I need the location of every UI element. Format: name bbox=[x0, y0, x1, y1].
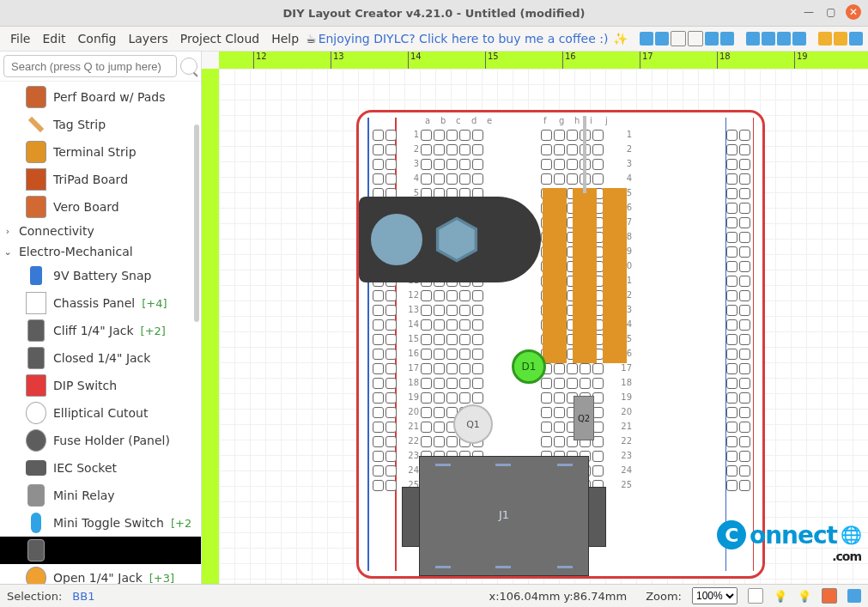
component-9v-snap[interactable] bbox=[359, 197, 541, 282]
component-d1-led[interactable]: D1 bbox=[512, 349, 546, 384]
maximize-button[interactable]: ▢ bbox=[823, 4, 839, 20]
terminal-strip-icon bbox=[26, 141, 46, 163]
search-input[interactable] bbox=[3, 55, 177, 77]
menu-layers[interactable]: Layers bbox=[123, 30, 173, 47]
breadboard-bb1[interactable]: a b c d e f g h i j 123456789101 bbox=[356, 110, 765, 579]
snap-hex-icon bbox=[433, 215, 481, 264]
component-label: J1 bbox=[420, 508, 588, 521]
component-label: Q1 bbox=[466, 419, 480, 430]
bulb-icon[interactable]: 💡 bbox=[798, 590, 811, 603]
iec-icon bbox=[26, 460, 46, 476]
tree-item-open-jack[interactable]: Open 1/4" Jack [+3] bbox=[0, 564, 201, 584]
menu-edit[interactable]: Edit bbox=[37, 30, 70, 47]
toolbar-icon-7[interactable] bbox=[746, 32, 760, 46]
menu-help[interactable]: Help bbox=[266, 30, 304, 47]
tree-item-closed-jack[interactable]: Closed 1/4" Jack bbox=[0, 344, 201, 372]
ruler-tick: 17 bbox=[640, 52, 653, 69]
tree-cat-label: Electro-Mechanical bbox=[19, 245, 133, 258]
toggle-icon bbox=[31, 513, 41, 533]
tree-item-tripad[interactable]: TriPad Board bbox=[0, 166, 201, 193]
status-icon-1[interactable] bbox=[748, 588, 763, 604]
toolbar-icon-1[interactable] bbox=[640, 32, 653, 46]
jack-icon bbox=[27, 319, 45, 342]
tree-item-selected[interactable] bbox=[0, 537, 201, 564]
tag-strip-icon bbox=[28, 117, 44, 132]
tree-item-tag-strip[interactable]: Tag Strip bbox=[0, 111, 201, 138]
watermark-text2: .com bbox=[832, 549, 861, 563]
component-j1-jack[interactable]: J1 bbox=[402, 456, 606, 576]
component-q1-transistor[interactable]: Q1 bbox=[453, 404, 493, 444]
perf-board-icon bbox=[26, 86, 46, 108]
minimize-button[interactable]: — bbox=[801, 4, 816, 20]
tree-cat-connectivity[interactable]: › Connectivity bbox=[0, 221, 201, 241]
tripad-icon bbox=[26, 168, 46, 191]
col-label: g bbox=[559, 116, 564, 125]
component-capacitor[interactable] bbox=[543, 188, 627, 363]
tree-item-battery-snap[interactable]: 9V Battery Snap bbox=[0, 262, 201, 289]
status-selection-label: Selection: bbox=[7, 590, 62, 603]
col-label: c bbox=[456, 116, 461, 125]
toolbar-icon-12[interactable] bbox=[834, 32, 847, 46]
toolbar-icon-13[interactable] bbox=[849, 32, 863, 46]
tree-tag: [+2] bbox=[141, 325, 166, 337]
zoom-select[interactable]: 100% bbox=[692, 587, 737, 604]
status-icon-color[interactable] bbox=[822, 588, 837, 604]
status-selection[interactable]: BB1 bbox=[72, 590, 94, 603]
svg-marker-0 bbox=[438, 218, 476, 260]
tree-tag: [+4] bbox=[142, 297, 167, 310]
ruler-horizontal: 12 13 14 15 16 17 18 19 bbox=[219, 52, 868, 70]
wand-icon[interactable]: ✨ bbox=[613, 32, 628, 46]
toolbar-icon-10[interactable] bbox=[792, 32, 806, 46]
tree-item-fuse[interactable]: Fuse Holder (Panel) bbox=[0, 427, 201, 454]
toolbar-icon-6[interactable] bbox=[720, 32, 734, 46]
component-tree[interactable]: Perf Board w/ Pads Tag Strip Terminal St… bbox=[0, 82, 201, 584]
tree-item-iec[interactable]: IEC Socket bbox=[0, 454, 201, 482]
component-q2-transistor[interactable]: Q2 bbox=[574, 396, 594, 440]
jack-mark bbox=[435, 464, 451, 466]
tree-label: Mini Toggle Switch bbox=[53, 516, 164, 530]
close-button[interactable]: ✕ bbox=[846, 4, 861, 20]
design-canvas[interactable]: a b c d e f g h i j 123456789101 bbox=[219, 69, 868, 584]
tree-item-dip[interactable]: DIP Switch bbox=[0, 372, 201, 399]
tree-item-terminal-strip[interactable]: Terminal Strip bbox=[0, 138, 201, 166]
tree-label: Chassis Panel bbox=[53, 296, 135, 310]
status-icon-4[interactable] bbox=[847, 589, 861, 603]
col-label: f bbox=[543, 116, 547, 125]
tree-item-cliff-jack[interactable]: Cliff 1/4" Jack [+2] bbox=[0, 317, 201, 344]
tree-item-perf-board[interactable]: Perf Board w/ Pads bbox=[0, 83, 201, 111]
search-icon[interactable] bbox=[180, 58, 197, 75]
jack-mark bbox=[557, 464, 573, 466]
tree-cat-electro[interactable]: ⌄ Electro-Mechanical bbox=[0, 241, 201, 262]
tree-item-toggle[interactable]: Mini Toggle Switch [+2 bbox=[0, 509, 201, 537]
tree-label: DIP Switch bbox=[53, 379, 117, 392]
toolbar-icon-2[interactable] bbox=[655, 32, 669, 46]
tree-item-ellipse[interactable]: Elliptical Cutout bbox=[0, 399, 201, 427]
component-label: D1 bbox=[522, 361, 537, 373]
toolbar-icon-11[interactable] bbox=[818, 32, 832, 46]
app-window: DIY Layout Creator v4.21.0 - Untitled (m… bbox=[0, 0, 868, 607]
ruler-tick: 12 bbox=[253, 52, 267, 69]
scrollbar-thumb[interactable] bbox=[194, 124, 199, 322]
status-zoom-label: Zoom: bbox=[646, 590, 682, 603]
watermark-text1: onnect bbox=[750, 521, 837, 549]
toolbar-icon-5[interactable] bbox=[705, 32, 719, 46]
ellipse-icon bbox=[26, 402, 46, 424]
tree-label: Mini Relay bbox=[53, 489, 115, 502]
donate-link[interactable]: Enjoying DIYLC? Click here to buy me a c… bbox=[319, 32, 609, 46]
bulb-icon[interactable]: 💡 bbox=[774, 590, 787, 603]
toolbar-icon-8[interactable] bbox=[762, 32, 775, 46]
tree-item-chassis[interactable]: Chassis Panel [+4] bbox=[0, 289, 201, 317]
tree-label-redacted bbox=[53, 543, 194, 558]
col-label: j bbox=[605, 116, 608, 125]
toolbar-icon-9[interactable] bbox=[777, 32, 791, 46]
menu-config[interactable]: Config bbox=[73, 30, 122, 47]
tree-label: Perf Board w/ Pads bbox=[53, 90, 165, 104]
globe-icon: 🌐 bbox=[841, 525, 861, 545]
menu-project-cloud[interactable]: Project Cloud bbox=[175, 30, 264, 47]
menu-file[interactable]: File bbox=[5, 30, 35, 47]
tree-label: TriPad Board bbox=[53, 173, 128, 186]
toolbar-icon-4[interactable] bbox=[688, 31, 703, 46]
tree-item-relay[interactable]: Mini Relay bbox=[0, 482, 201, 509]
tree-item-vero[interactable]: Vero Board bbox=[0, 193, 201, 221]
toolbar-icon-3[interactable] bbox=[671, 31, 686, 46]
